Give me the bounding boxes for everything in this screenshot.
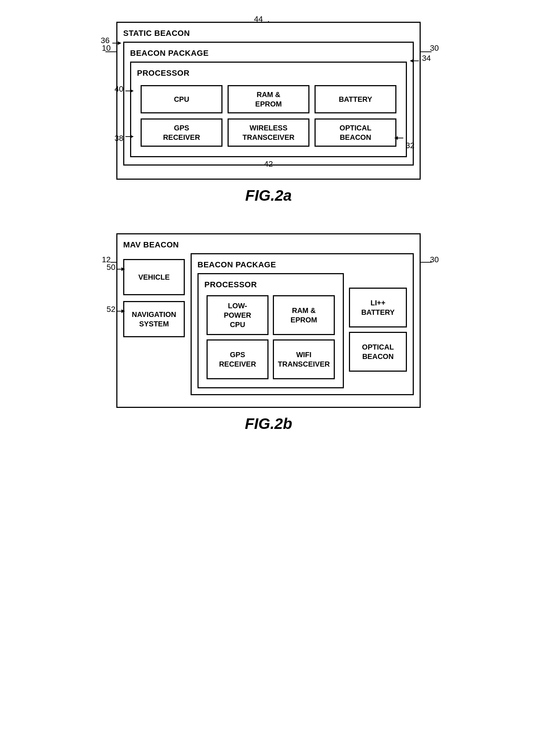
- svg-marker-23: [121, 309, 125, 313]
- ref-34: 34: [422, 54, 431, 63]
- components-grid: CPU RAM &EPROM BATTERY GPSRECEIVER WIREL…: [137, 82, 400, 150]
- mav-optical-beacon-box: OPTICALBEACON: [349, 332, 407, 372]
- mav-beacon-title: MAV BEACON: [123, 240, 414, 250]
- mav-processor-title: PROCESSOR: [204, 280, 337, 289]
- vehicle-box: VEHICLE: [123, 259, 185, 295]
- svg-marker-21: [121, 267, 125, 271]
- low-power-cpu-box: LOW-POWERCPU: [207, 295, 268, 335]
- static-beacon-title: STATIC BEACON: [123, 29, 414, 38]
- beacon-package-title: BEACON PACKAGE: [130, 49, 407, 58]
- li-battery-box: LI++BATTERY: [349, 288, 407, 327]
- battery-box: BATTERY: [315, 85, 396, 113]
- navigation-system-box: NAVIGATIONSYSTEM: [123, 301, 185, 337]
- mav-beacon-package-title: BEACON PACKAGE: [197, 260, 407, 270]
- mav-beacon-box: MAV BEACON 50 VEHICLE: [116, 233, 421, 408]
- ref-36: 36: [101, 36, 109, 45]
- ram-eprom-box: RAM &EPROM: [228, 85, 309, 113]
- svg-marker-11: [130, 89, 134, 93]
- ref-38: 38: [115, 134, 123, 143]
- optical-beacon-box: OPTICALBEACON: [315, 118, 396, 147]
- beacon-package-box: BEACON PACKAGE 34 PROCESSOR 40: [123, 42, 414, 166]
- fig2a-caption: FIG.2a: [245, 187, 292, 204]
- cpu-box: CPU: [141, 85, 222, 113]
- svg-marker-7: [118, 41, 121, 45]
- fig2b-caption: FIG.2b: [245, 415, 292, 433]
- gps-receiver-box: GPSRECEIVER: [141, 118, 222, 147]
- mav-beacon-package-box: BEACON PACKAGE PROCESSOR LOW-POWERCPU RA…: [191, 253, 414, 395]
- ref-42: 42: [264, 159, 273, 169]
- ref-32: 32: [406, 141, 415, 150]
- static-beacon-box: STATIC BEACON 36 BEACON PACKAGE 34: [116, 22, 421, 180]
- svg-marker-9: [410, 59, 413, 63]
- ref-50: 50: [107, 263, 115, 272]
- svg-marker-15: [394, 136, 398, 140]
- wireless-transceiver-box: WIRELESSTRANSCEIVER: [228, 118, 309, 147]
- mav-gps-receiver-box: GPSRECEIVER: [207, 339, 268, 379]
- ref-52: 52: [107, 305, 115, 314]
- svg-marker-13: [130, 135, 134, 138]
- wifi-transceiver-box: WIFITRANSCEIVER: [273, 339, 335, 379]
- mav-ram-eprom-box: RAM &EPROM: [273, 295, 335, 335]
- mav-processor-box: PROCESSOR LOW-POWERCPU RAM &EPROM GPSREC…: [197, 273, 344, 388]
- ref-40: 40: [115, 84, 123, 94]
- processor-box: PROCESSOR 40 38: [130, 62, 407, 157]
- processor-title: PROCESSOR: [137, 68, 400, 78]
